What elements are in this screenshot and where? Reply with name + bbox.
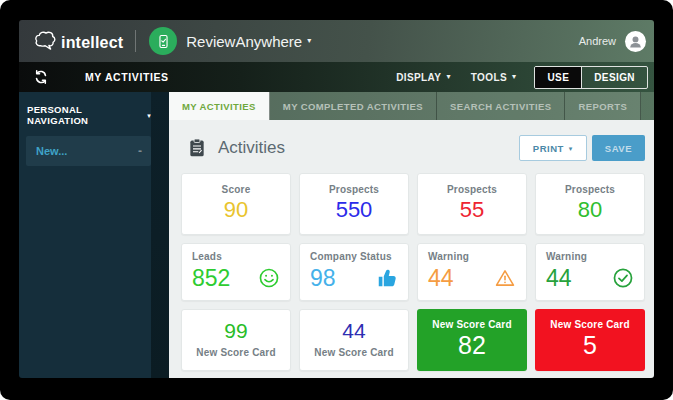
card-value: 852: [192, 266, 230, 290]
warning-triangle-icon: [494, 267, 516, 289]
card-value: 82: [458, 332, 486, 358]
new-score-card[interactable]: New Score Card 82: [417, 309, 527, 371]
card-value: 5: [583, 332, 597, 358]
card-label: Prospects: [447, 184, 497, 195]
tab-my-completed-activities[interactable]: MY COMPLETED ACTIVITIES: [270, 92, 437, 120]
app-name[interactable]: ReviewAnywhere: [186, 33, 302, 50]
sidebar-rail: [151, 92, 169, 378]
card-label: New Score Card: [314, 347, 394, 358]
app-window: intellect ReviewAnywhere ▾ Andrew: [19, 20, 654, 378]
sidebar: PERSONAL NAVIGATION ▾ New... -: [19, 92, 151, 378]
design-mode-button[interactable]: DESIGN: [581, 67, 647, 88]
new-score-card[interactable]: New Score Card 5: [535, 309, 645, 371]
sidebar-item-new[interactable]: New... -: [26, 136, 151, 166]
display-menu[interactable]: DISPLAY ▾: [396, 72, 451, 83]
window-frame: intellect ReviewAnywhere ▾ Andrew: [0, 0, 673, 400]
display-menu-label: DISPLAY: [396, 72, 441, 83]
warning-card[interactable]: Warning 44: [417, 243, 527, 301]
card-label: New Score Card: [196, 347, 276, 358]
leads-card[interactable]: Leads 852: [181, 243, 291, 301]
chevron-down-icon: ▾: [446, 73, 450, 81]
card-value: 98: [310, 266, 336, 290]
card-label: Leads: [192, 251, 280, 262]
card-value: 99: [224, 320, 247, 342]
clipboard-icon: [187, 138, 207, 158]
card-value: 44: [342, 320, 365, 342]
score-card[interactable]: Score 90: [181, 173, 291, 235]
personal-navigation-header[interactable]: PERSONAL NAVIGATION ▾: [26, 104, 151, 126]
company-status-card[interactable]: Company Status 98: [299, 243, 409, 301]
card-label: Prospects: [329, 184, 379, 195]
prospects-card[interactable]: Prospects 550: [299, 173, 409, 235]
prospects-card[interactable]: Prospects 80: [535, 173, 645, 235]
card-label: Company Status: [310, 251, 398, 262]
card-label: Warning: [546, 251, 634, 262]
card-label: Warning: [428, 251, 516, 262]
page-title: Activities: [218, 138, 285, 158]
save-button[interactable]: SAVE: [592, 135, 645, 161]
save-button-label: SAVE: [605, 143, 632, 154]
intellect-logo[interactable]: intellect: [33, 29, 123, 53]
thumbs-up-icon: [376, 267, 398, 289]
card-value: 550: [336, 198, 373, 221]
page-header: Activities PRINT ▾ SAVE: [181, 120, 645, 170]
warning-card[interactable]: Warning 44: [535, 243, 645, 301]
speech-bubble-icon: [33, 29, 59, 53]
prospects-card[interactable]: Prospects 55: [417, 173, 527, 235]
use-mode-button[interactable]: USE: [535, 67, 581, 88]
toolbar: MY ACTIVITIES DISPLAY ▾ TOOLS ▾ USE DESI…: [19, 62, 654, 92]
card-label: New Score Card: [432, 319, 512, 330]
card-label: New Score Card: [550, 319, 630, 330]
divider: [135, 30, 136, 52]
card-label: Prospects: [565, 184, 615, 195]
tab-bar: MY ACTIVITIES MY COMPLETED ACTIVITIES SE…: [169, 92, 654, 120]
card-label: Score: [222, 184, 251, 195]
tools-menu-label: TOOLS: [471, 72, 507, 83]
card-value: 90: [224, 198, 248, 221]
card-value: 80: [578, 198, 602, 221]
chevron-down-icon[interactable]: ▾: [307, 37, 311, 45]
top-bar: intellect ReviewAnywhere ▾ Andrew: [19, 20, 654, 62]
print-button[interactable]: PRINT ▾: [519, 135, 587, 161]
mobile-check-icon: [155, 33, 172, 50]
smiley-icon: [258, 267, 280, 289]
chevron-down-icon: ▾: [512, 73, 516, 81]
avatar[interactable]: [625, 31, 646, 52]
personal-navigation-label: PERSONAL NAVIGATION: [27, 104, 142, 126]
card-value: 55: [460, 198, 484, 221]
content-area: Activities PRINT ▾ SAVE Score 90: [169, 120, 654, 378]
card-value: 44: [428, 266, 454, 290]
tab-reports[interactable]: REPORTS: [565, 92, 641, 120]
logo-text: intellect: [61, 35, 123, 53]
review-anywhere-app-icon[interactable]: [149, 27, 177, 55]
check-circle-icon: [612, 267, 634, 289]
refresh-icon[interactable]: [33, 69, 49, 85]
new-score-card[interactable]: 99 New Score Card: [181, 309, 291, 371]
user-name[interactable]: Andrew: [579, 35, 616, 47]
person-icon: [627, 33, 644, 50]
use-design-toggle: USE DESIGN: [534, 66, 648, 89]
print-button-label: PRINT: [533, 143, 564, 154]
toolbar-title: MY ACTIVITIES: [85, 71, 169, 83]
tab-my-activities[interactable]: MY ACTIVITIES: [169, 92, 270, 120]
tab-search-activities[interactable]: SEARCH ACTIVITIES: [437, 92, 565, 120]
score-card-grid: Score 90 Prospects 550 Prospects 55 Pros…: [181, 173, 645, 371]
chevron-down-icon: ▾: [569, 145, 573, 152]
new-score-card[interactable]: 44 New Score Card: [299, 309, 409, 371]
sidebar-item-label: New...: [36, 145, 67, 157]
collapse-indicator[interactable]: -: [138, 144, 142, 158]
card-value: 44: [546, 266, 572, 290]
tools-menu[interactable]: TOOLS ▾: [471, 72, 517, 83]
